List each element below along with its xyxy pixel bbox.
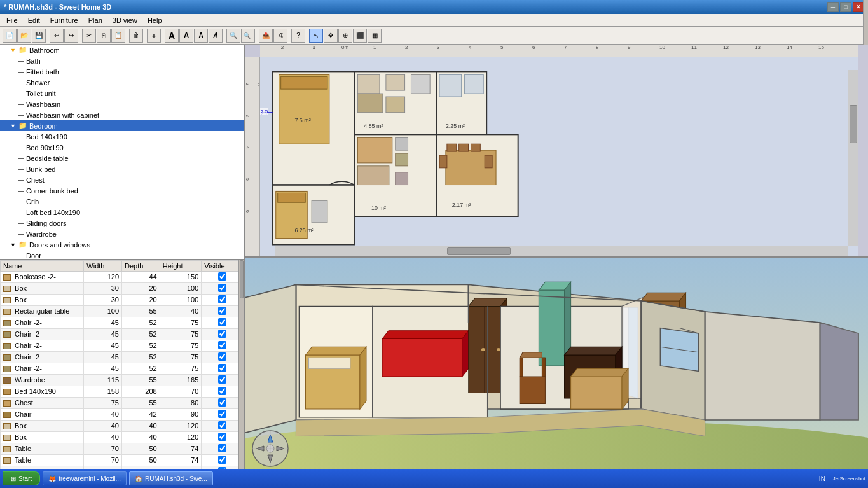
cell-visible[interactable]	[202, 294, 244, 305]
pan-tool[interactable]: ✥	[324, 29, 338, 43]
menu-help[interactable]: Help	[142, 14, 167, 26]
copy-button[interactable]: ⎘	[97, 29, 111, 43]
tree-item-loft-bed[interactable]: — Loft bed 140x190	[0, 207, 244, 218]
tree-item-chest[interactable]: — Chest	[0, 174, 244, 185]
menu-edit[interactable]: Edit	[23, 14, 45, 26]
cell-visible[interactable]	[202, 340, 244, 351]
visibility-checkbox[interactable]	[218, 410, 226, 418]
select-tool[interactable]: ↖	[309, 29, 323, 43]
tree-item-bedside[interactable]: — Bedside table	[0, 153, 244, 164]
new-button[interactable]: 📄	[3, 29, 17, 43]
cell-visible[interactable]	[202, 443, 244, 454]
paste-button[interactable]: 📋	[111, 29, 125, 43]
visibility-checkbox[interactable]	[218, 421, 226, 429]
visibility-checkbox[interactable]	[218, 284, 226, 292]
visibility-checkbox[interactable]	[218, 352, 226, 361]
cell-visible[interactable]	[202, 271, 244, 282]
undo-button[interactable]: ↩	[50, 29, 64, 43]
room-tool[interactable]: ⬛	[353, 29, 367, 43]
tree-item-door[interactable]: — Door	[0, 250, 244, 260]
table-row[interactable]: Rectangular table 100 55 40	[1, 305, 244, 317]
tree-item-wardrobe[interactable]: — Wardrobe	[0, 228, 244, 239]
col-width[interactable]: Width	[84, 260, 122, 271]
tree-item-shower[interactable]: — Shower	[0, 77, 244, 88]
menu-file[interactable]: File	[1, 14, 23, 26]
table-row[interactable]: Chair -2- 45 52 75	[1, 317, 244, 328]
export-button[interactable]: 📤	[259, 29, 273, 43]
table-scrollbar-thumb[interactable]	[240, 260, 244, 298]
table-row[interactable]: Table 70 50 74	[1, 454, 244, 466]
table-row[interactable]: Box 40 40 120	[1, 431, 244, 443]
cell-visible[interactable]	[202, 397, 244, 408]
redo-button[interactable]: ↪	[64, 29, 78, 43]
visibility-checkbox[interactable]	[218, 456, 226, 464]
visibility-checkbox[interactable]	[218, 433, 226, 441]
cell-visible[interactable]	[202, 420, 244, 431]
cell-visible[interactable]	[202, 386, 244, 397]
tree-item-washbasin[interactable]: — Washbasin	[0, 99, 244, 109]
visibility-checkbox[interactable]	[218, 387, 226, 395]
maximize-button[interactable]: □	[840, 2, 851, 12]
tree-item-toilet[interactable]: — Toilet unit	[0, 88, 244, 99]
tree-item-bed140[interactable]: — Bed 140x190	[0, 131, 244, 142]
print-button[interactable]: 🖨	[273, 29, 287, 43]
tree-item-sliding[interactable]: — Sliding doors	[0, 218, 244, 228]
cell-visible[interactable]	[202, 408, 244, 420]
furniture-table-area[interactable]: Name Width Depth Height Visible Bookcase…	[0, 260, 244, 475]
open-button[interactable]: 📂	[17, 29, 31, 43]
floorplan-canvas[interactable]: 7.5 m² 4.85 m² 2.25 m²	[260, 57, 858, 256]
taskbar-item-firefox[interactable]: 🦊 freewaremini - Mozil...	[43, 471, 127, 485]
visibility-checkbox[interactable]	[218, 375, 226, 384]
cell-visible[interactable]	[202, 282, 244, 294]
cell-visible[interactable]	[202, 431, 244, 443]
visibility-checkbox[interactable]	[218, 272, 226, 281]
tree-item-bunkbed[interactable]: — Bunk bed	[0, 164, 244, 174]
floorplan-view[interactable]: -2 -1 0m 1 2 3 4 5 6 7 8 9 10 11 12 13 1	[245, 45, 868, 258]
table-row[interactable]: Box 40 40 120	[1, 420, 244, 431]
hscrollbar[interactable]	[275, 246, 848, 256]
table-row[interactable]: Table 70 50 74	[1, 443, 244, 454]
tree-item-washbasin-cabinet[interactable]: — Washbasin with cabinet	[0, 109, 244, 120]
add-point-tool[interactable]: ⊕	[338, 29, 352, 43]
start-button[interactable]: ⊞ Start	[3, 471, 40, 485]
tree-item-bath[interactable]: — Bath	[0, 55, 244, 66]
nav-compass[interactable]	[251, 429, 289, 468]
table-row[interactable]: Wardrobe 115 55 165	[1, 374, 244, 386]
table-row[interactable]: Bookcase -2- 120 44 150	[1, 271, 244, 282]
table-row[interactable]: Chair -2- 45 52 75	[1, 351, 244, 363]
visibility-checkbox[interactable]	[218, 330, 226, 338]
tree-folder-bedroom[interactable]: ▼ 📁 Bedroom	[0, 120, 244, 131]
furniture-tree[interactable]: ▼ 📁 Bathroom — Bath — Fitted bath — Show…	[0, 45, 244, 260]
col-depth[interactable]: Depth	[122, 260, 160, 271]
cell-visible[interactable]	[202, 317, 244, 328]
cell-visible[interactable]	[202, 374, 244, 386]
visibility-checkbox[interactable]	[218, 341, 226, 349]
visibility-checkbox[interactable]	[218, 444, 226, 452]
add-furniture-button[interactable]: +	[147, 29, 161, 43]
tree-folder-bathroom[interactable]: ▼ 📁 Bathroom	[0, 45, 244, 55]
table-row[interactable]: Chair -2- 45 52 75	[1, 328, 244, 340]
menu-3dview[interactable]: 3D view	[107, 14, 142, 26]
tree-folder-doors[interactable]: ▼ 📁 Doors and windows	[0, 239, 244, 250]
taskbar-item-sweethome[interactable]: 🏠 RUMAH.sh3d - Swe...	[129, 471, 213, 485]
vscrollbar-2d-thumb[interactable]	[850, 105, 857, 143]
cell-visible[interactable]	[202, 363, 244, 374]
tree-item-fitted-bath[interactable]: — Fitted bath	[0, 66, 244, 77]
vscrollbar-2d[interactable]	[848, 70, 858, 246]
table-scrollbar[interactable]	[238, 260, 244, 475]
text-medium-button[interactable]: A	[179, 29, 193, 43]
cut-button[interactable]: ✂	[82, 29, 96, 43]
wall-tool[interactable]: ▦	[368, 29, 382, 43]
cell-visible[interactable]	[202, 305, 244, 317]
help-button[interactable]: ?	[291, 29, 305, 43]
zoom-in-button[interactable]: 🔍	[226, 29, 240, 43]
table-row[interactable]: Chair -2- 45 52 75	[1, 363, 244, 374]
visibility-checkbox[interactable]	[218, 318, 226, 326]
minimize-button[interactable]: ─	[827, 2, 839, 12]
table-row[interactable]: Chair -2- 45 52 75	[1, 340, 244, 351]
save-button[interactable]: 💾	[32, 29, 46, 43]
col-visible[interactable]: Visible	[202, 260, 244, 271]
tree-item-corner-bunk[interactable]: — Corner bunk bed	[0, 185, 244, 196]
visibility-checkbox[interactable]	[218, 364, 226, 372]
menu-plan[interactable]: Plan	[83, 14, 107, 26]
